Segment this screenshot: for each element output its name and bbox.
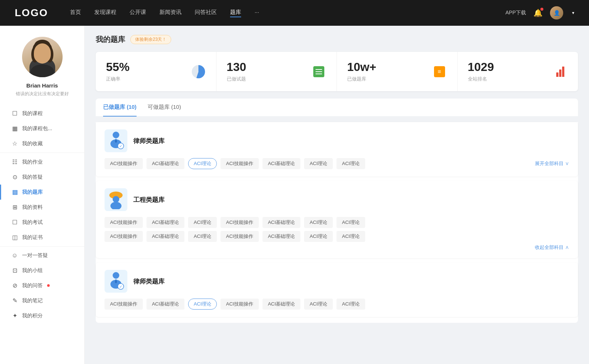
- engineer-icon: [107, 190, 124, 209]
- sidebar-item-certificate[interactable]: ◫ 我的证书: [0, 230, 84, 245]
- content-area: ✓ 律师类题库 ACI技能操作 ACI基础理论 ACI理论 ACI技能操作 AC…: [96, 122, 578, 323]
- qbank-card-3: ✓ 律师类题库 ACI技能操作 ACI基础理论 ACI理论 ACI技能操作 AC…: [96, 263, 578, 317]
- tutoring-icon: ☺: [11, 252, 18, 259]
- user-menu-chevron-icon[interactable]: ▾: [572, 10, 574, 15]
- tab-available[interactable]: 可做题库 (10): [148, 99, 181, 117]
- sidebar-item-my-qa[interactable]: ⊘ 我的问答: [0, 278, 84, 293]
- list-line-3: [315, 74, 322, 74]
- homework-icon: ☷: [11, 158, 18, 165]
- qbank-tag[interactable]: ACI理论: [304, 217, 333, 228]
- page-header: 我的题库 体验剩余23天！: [96, 35, 578, 44]
- sidebar-divider-2: [0, 246, 84, 247]
- sidebar-item-label: 我的小组: [22, 267, 43, 274]
- sidebar-item-notes[interactable]: ✎ 我的笔记: [0, 293, 84, 308]
- qbank-tags-row1-2: ACI技能操作 ACI基础理论 ACI理论 ACI技能操作 ACI基础理论 AC…: [105, 217, 569, 228]
- myqa-icon: ⊘: [11, 282, 18, 289]
- qbank-icon-wrap-3: ✓: [105, 270, 127, 293]
- nav-home[interactable]: 首页: [70, 9, 81, 17]
- nav-more[interactable]: ···: [254, 9, 259, 17]
- qbank-tag[interactable]: ACI理论: [336, 158, 365, 169]
- qbank-icon-wrap-2: [105, 188, 127, 211]
- qbank-tag[interactable]: ACI技能操作: [105, 299, 143, 310]
- exam-icon: ☐: [11, 219, 18, 226]
- svg-point-15: [113, 272, 119, 279]
- qbank-tag[interactable]: ACI理论: [188, 217, 217, 228]
- sidebar-item-group[interactable]: ⊡ 我的小组: [0, 263, 84, 278]
- qbank-tag[interactable]: ACI基础理论: [147, 299, 185, 310]
- sidebar-item-label: 我的考试: [22, 219, 43, 226]
- qbank-tag-selected[interactable]: ACI理论: [188, 158, 217, 169]
- qbank-tag[interactable]: ACI基础理论: [147, 217, 185, 228]
- qbank-tag[interactable]: ACI技能操作: [221, 217, 259, 228]
- sidebar: Brian Harris 错误的决定比没有决定要好 ☐ 我的课程 ▦ 我的课程包…: [0, 26, 85, 364]
- notes-icon: ✎: [11, 297, 18, 304]
- app-download-button[interactable]: APP下载: [505, 10, 526, 16]
- collapse-button-2[interactable]: 收起全部科目 ∧: [535, 244, 569, 251]
- qbank-icon: ▤: [11, 189, 18, 196]
- stat-value: 55%: [106, 61, 185, 74]
- correct-rate-icon: [191, 64, 206, 79]
- nav-qbank[interactable]: 题库: [230, 9, 241, 17]
- sidebar-item-course-package[interactable]: ▦ 我的课程包...: [0, 121, 84, 136]
- qbank-tag[interactable]: ACI理论: [188, 231, 217, 242]
- sidebar-item-label: 我的课程: [22, 110, 43, 117]
- list-line-2: [315, 71, 322, 72]
- banks-icon: ≡: [432, 64, 447, 79]
- qbank-tag[interactable]: ACI技能操作: [105, 231, 143, 242]
- nav-discover[interactable]: 发现课程: [94, 9, 116, 17]
- nav-qa[interactable]: 问答社区: [195, 9, 217, 17]
- sidebar-item-homework[interactable]: ☷ 我的作业: [0, 154, 84, 169]
- package-icon: ▦: [11, 125, 18, 132]
- qbank-tag[interactable]: ACI理论: [304, 158, 333, 169]
- expand-button-1[interactable]: 展开全部科目 ∨: [535, 160, 569, 167]
- qbank-tag[interactable]: ACI基础理论: [147, 158, 185, 169]
- qbank-tag[interactable]: ACI基础理论: [262, 158, 301, 169]
- qbank-tag[interactable]: ACI理论: [304, 299, 333, 310]
- nav-menu: 首页 发现课程 公开课 新闻资讯 问答社区 题库 ···: [70, 9, 505, 17]
- qbank-tag[interactable]: ACI技能操作: [105, 158, 143, 169]
- sidebar-item-points[interactable]: ✦ 我的积分: [0, 308, 84, 323]
- stat-label: 全站排名: [468, 76, 547, 82]
- qbank-tag[interactable]: ACI基础理论: [262, 231, 301, 242]
- sidebar-item-my-course[interactable]: ☐ 我的课程: [0, 106, 84, 121]
- qbank-tag[interactable]: ACI理论: [336, 299, 365, 310]
- qbank-tag[interactable]: ACI技能操作: [221, 158, 259, 169]
- nav-open-course[interactable]: 公开课: [130, 9, 146, 17]
- sidebar-avatar: [22, 37, 63, 77]
- sidebar-item-qbank[interactable]: ▤ 我的题库: [0, 185, 84, 200]
- svg-point-2: [31, 46, 39, 63]
- stat-correct-rate: 55% 正确率: [96, 52, 216, 91]
- stat-banks-done: 10w+ 已做题库 ≡: [337, 52, 458, 91]
- qbank-tag[interactable]: ACI基础理论: [147, 231, 185, 242]
- sidebar-item-label: 我的证书: [22, 234, 43, 241]
- user-avatar[interactable]: 👤: [550, 6, 563, 19]
- sidebar-item-tutoring[interactable]: ☺ 一对一答疑: [0, 248, 84, 263]
- sidebar-item-label: 我的笔记: [22, 297, 43, 304]
- list-icon: [313, 66, 324, 77]
- qbank-tag[interactable]: ACI理论: [336, 231, 365, 242]
- sidebar-menu: ☐ 我的课程 ▦ 我的课程包... ☆ 我的收藏 ☷ 我的作业 ⊙ 我的答疑 ▤: [0, 106, 84, 323]
- qbank-tag[interactable]: ACI理论: [336, 217, 365, 228]
- qbank-tags-row2-2: ACI技能操作 ACI基础理论 ACI理论 ACI技能操作 ACI基础理论 AC…: [105, 231, 569, 242]
- sidebar-divider: [0, 153, 84, 153]
- qbank-tag[interactable]: ACI理论: [304, 231, 333, 242]
- sidebar-item-exam[interactable]: ☐ 我的考试: [0, 215, 84, 230]
- qa-icon: ⊙: [11, 174, 18, 181]
- sidebar-item-qa[interactable]: ⊙ 我的答疑: [0, 169, 84, 185]
- nav-news[interactable]: 新闻资讯: [159, 9, 181, 17]
- lawyer-icon: ✓: [107, 131, 124, 150]
- list-line-1: [315, 69, 322, 70]
- sidebar-item-label: 我的收藏: [22, 140, 43, 147]
- svg-point-0: [33, 43, 51, 64]
- qbank-tag[interactable]: ACI技能操作: [221, 299, 259, 310]
- qbank-tag[interactable]: ACI技能操作: [221, 231, 259, 242]
- qbank-tag[interactable]: ACI基础理论: [262, 299, 301, 310]
- tab-done[interactable]: 已做题库 (10): [103, 99, 137, 117]
- navbar: LOGO 首页 发现课程 公开课 新闻资讯 问答社区 题库 ··· APP下载 …: [0, 0, 589, 26]
- qbank-tag[interactable]: ACI基础理论: [262, 217, 301, 228]
- notification-bell[interactable]: 🔔: [533, 8, 543, 17]
- sidebar-item-favorites[interactable]: ☆ 我的收藏: [0, 136, 84, 151]
- sidebar-item-profile[interactable]: ⊞ 我的资料: [0, 200, 84, 215]
- qbank-tag[interactable]: ACI技能操作: [105, 217, 143, 228]
- qbank-tag-selected[interactable]: ACI理论: [188, 299, 217, 310]
